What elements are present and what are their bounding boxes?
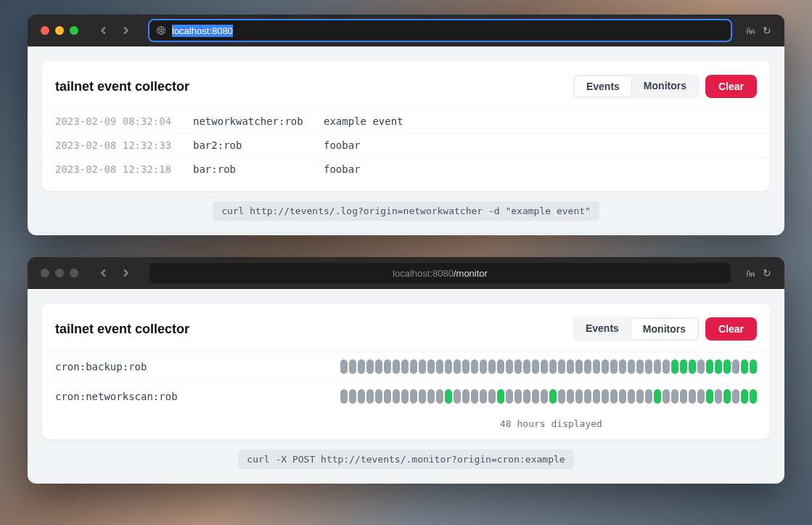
status-pill — [514, 389, 522, 404]
status-pill — [558, 359, 565, 374]
tab-events[interactable]: Events — [574, 76, 632, 97]
status-pill — [454, 389, 461, 404]
status-pill — [541, 389, 548, 404]
status-pill — [497, 359, 504, 374]
status-pill — [689, 389, 696, 404]
status-pill — [663, 359, 670, 374]
back-button[interactable] — [94, 21, 113, 40]
reload-icon[interactable]: ↻ — [763, 25, 771, 36]
status-pill — [532, 359, 539, 374]
status-pill — [602, 389, 609, 404]
url-text: localhost:8080 — [172, 25, 233, 36]
status-pill — [375, 359, 382, 374]
status-pill — [340, 389, 348, 404]
url-bar[interactable]: 🌐︎ localhost:8080 — [149, 20, 731, 41]
event-timestamp: 2023-02-09 08:32:04 — [55, 115, 179, 127]
status-pill — [514, 359, 522, 374]
close-button[interactable] — [41, 269, 49, 277]
status-pill — [549, 359, 557, 374]
status-pill — [541, 359, 548, 374]
status-pill — [384, 389, 391, 404]
status-pill — [480, 359, 487, 374]
status-pill — [706, 389, 713, 404]
status-pill — [567, 359, 574, 374]
close-button[interactable] — [41, 26, 49, 35]
status-pill — [349, 359, 356, 374]
maximize-button[interactable] — [70, 26, 78, 35]
minimize-button[interactable] — [55, 269, 64, 277]
forward-button[interactable] — [116, 264, 135, 282]
status-pill — [636, 389, 644, 404]
globe-icon: 🌐︎ — [157, 25, 166, 36]
url-bar[interactable]: localhost:8080/monitor — [149, 263, 731, 283]
minimize-button[interactable] — [55, 26, 64, 35]
nav-arrows — [94, 264, 135, 282]
status-pill — [732, 389, 739, 404]
status-pill — [436, 359, 443, 374]
curl-example: curl http://tevents/.log?origin=networkw… — [213, 201, 599, 221]
status-pill — [619, 359, 626, 374]
traffic-lights — [41, 269, 78, 277]
status-pill — [506, 389, 513, 404]
header-controls: Events Monitors Clear — [573, 317, 757, 341]
status-pill — [645, 359, 652, 374]
event-message: foobar — [324, 163, 361, 175]
status-pill — [741, 359, 748, 374]
forward-button[interactable] — [116, 21, 135, 40]
event-timestamp: 2023-02-08 12:32:18 — [55, 163, 179, 175]
nav-arrows — [94, 21, 135, 40]
status-pill — [462, 389, 469, 404]
status-pill — [393, 359, 400, 374]
status-pill — [610, 359, 618, 374]
status-pill — [610, 389, 618, 404]
status-pill — [340, 359, 348, 374]
traffic-lights — [41, 26, 78, 35]
status-pill — [636, 359, 644, 374]
status-pill — [419, 389, 426, 404]
status-pill — [488, 389, 496, 404]
browser-window-monitors: localhost:8080/monitor 🗛 ↻ tailnet event… — [28, 257, 784, 484]
reload-icon[interactable]: ↻ — [763, 267, 771, 279]
clear-button[interactable]: Clear — [705, 75, 757, 98]
card-header: tailnet event collector Events Monitors … — [42, 317, 770, 351]
status-pill — [488, 359, 496, 374]
monitor-name: cron:networkscan:rob — [55, 391, 326, 402]
status-pill — [680, 389, 687, 404]
status-pill — [654, 359, 661, 374]
back-button[interactable] — [94, 264, 113, 282]
event-row: 2023-02-09 08:32:04 networkwatcher:rob e… — [42, 109, 770, 133]
status-pill — [689, 359, 696, 374]
event-message: foobar — [324, 139, 361, 151]
status-pill — [558, 389, 565, 404]
status-pill — [366, 389, 374, 404]
status-pill — [462, 359, 469, 374]
monitor-pills — [340, 359, 757, 374]
titlebar: 🌐︎ localhost:8080 🗛 ↻ — [28, 15, 784, 46]
status-pill — [358, 389, 365, 404]
status-pill — [584, 389, 591, 404]
event-card: tailnet event collector Events Monitors … — [42, 61, 770, 191]
tab-events[interactable]: Events — [574, 318, 631, 340]
status-pill — [401, 389, 409, 404]
status-pill — [706, 359, 713, 374]
maximize-button[interactable] — [70, 269, 78, 277]
status-pill — [358, 359, 365, 374]
status-pill — [732, 359, 739, 374]
translate-icon[interactable]: 🗛 — [745, 25, 755, 36]
clear-button[interactable]: Clear — [705, 317, 757, 341]
status-pill — [445, 359, 452, 374]
status-pill — [384, 359, 391, 374]
toolbar-right: 🗛 ↻ — [745, 267, 771, 279]
status-pill — [445, 389, 452, 404]
status-pill — [697, 389, 705, 404]
tab-monitors[interactable]: Monitors — [632, 76, 698, 97]
toolbar-right: 🗛 ↻ — [745, 25, 771, 36]
status-pill — [593, 389, 600, 404]
status-pill — [628, 359, 635, 374]
translate-icon[interactable]: 🗛 — [745, 267, 755, 279]
status-pill — [723, 359, 731, 374]
browser-window-events: 🌐︎ localhost:8080 🗛 ↻ tailnet event coll… — [28, 15, 784, 235]
tab-monitors[interactable]: Monitors — [631, 318, 698, 340]
event-message: example event — [324, 115, 403, 127]
monitor-name: cron:backup:rob — [55, 361, 326, 373]
